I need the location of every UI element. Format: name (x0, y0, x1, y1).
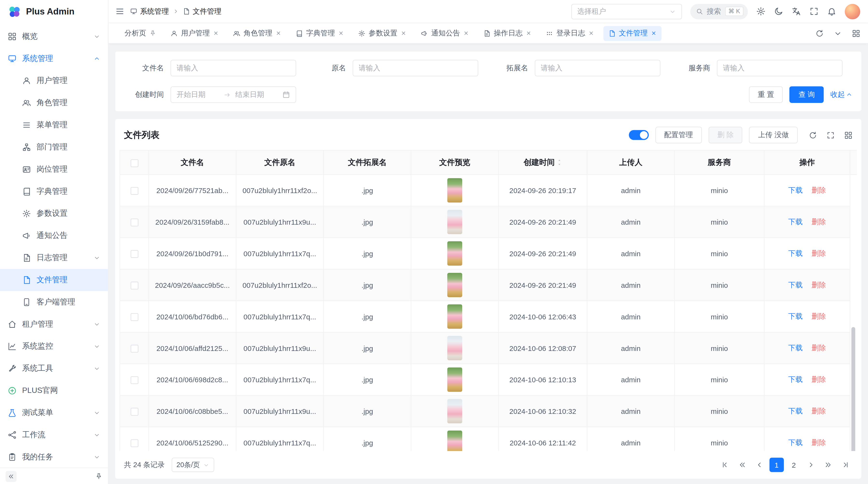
delete-button[interactable]: 删 除 (708, 127, 742, 143)
preview-thumbnail[interactable] (447, 430, 462, 451)
delete-link[interactable]: 删除 (812, 375, 826, 384)
hamburger-menu-button[interactable] (115, 7, 125, 16)
global-search[interactable]: 搜索 ⌘ K (690, 4, 748, 19)
close-icon[interactable] (651, 30, 656, 36)
sidebar-item-post-management[interactable]: 岗位管理 (0, 158, 108, 181)
download-link[interactable]: 下载 (788, 375, 803, 384)
last-page-button[interactable] (838, 458, 852, 472)
preview-thumbnail[interactable] (447, 210, 462, 234)
breadcrumb-item-system-management[interactable]: 系统管理 (130, 6, 169, 16)
preview-thumbnail[interactable] (447, 367, 462, 392)
delete-link[interactable]: 删除 (812, 186, 826, 194)
date-range-picker[interactable]: 开始日期 结束日期 (170, 86, 296, 103)
delete-link[interactable]: 删除 (812, 218, 826, 226)
close-icon[interactable] (338, 30, 344, 36)
close-icon[interactable] (589, 30, 594, 36)
sidebar-item-file-management[interactable]: 文件管理 (0, 269, 108, 291)
row-checkbox[interactable] (130, 282, 138, 289)
row-checkbox[interactable] (130, 345, 138, 352)
delete-link[interactable]: 删除 (812, 281, 826, 289)
sidebar-item-test-menu[interactable]: 测试菜单 (0, 402, 108, 424)
sidebar-item-notice[interactable]: 通知公告 (0, 225, 108, 247)
download-link[interactable]: 下载 (788, 344, 803, 352)
tabbar-refresh-button[interactable] (815, 29, 824, 37)
close-icon[interactable] (526, 30, 531, 36)
tab-notice[interactable]: 通知公告 (416, 26, 474, 41)
row-checkbox[interactable] (130, 408, 138, 416)
breadcrumb-item-file-management[interactable]: 文件管理 (183, 6, 222, 16)
delete-link[interactable]: 删除 (812, 407, 826, 415)
table-columns-button[interactable] (844, 131, 852, 139)
tabbar-chevron-down-button[interactable] (834, 29, 842, 37)
row-checkbox[interactable] (130, 187, 138, 195)
delete-link[interactable]: 删除 (812, 438, 826, 446)
tab-dict-management[interactable]: 字典管理 (290, 26, 349, 41)
table-refresh-button[interactable] (809, 131, 817, 139)
download-link[interactable]: 下载 (788, 312, 803, 320)
sidebar-item-my-tasks[interactable]: 我的任务 (0, 446, 108, 467)
sidebar-item-menu-management[interactable]: 菜单管理 (0, 114, 108, 136)
preview-thumbnail[interactable] (447, 273, 462, 297)
download-link[interactable]: 下载 (788, 249, 803, 257)
download-link[interactable]: 下载 (788, 407, 803, 415)
sidebar-item-dict-management[interactable]: 字典管理 (0, 180, 108, 202)
sidebar-item-system-monitor[interactable]: 系统监控 (0, 335, 108, 357)
filter-input-origin-name[interactable]: 请输入 (352, 60, 478, 76)
sidebar-item-plus-site[interactable]: PLUS官网 (0, 380, 108, 402)
sidebar-item-dept-management[interactable]: 部门管理 (0, 136, 108, 158)
config-management-button[interactable]: 配置管理 (655, 127, 702, 143)
pin-icon[interactable] (150, 30, 156, 37)
preview-thumbnail[interactable] (447, 178, 462, 202)
search-button[interactable]: 查 询 (789, 86, 824, 103)
first-page-button[interactable] (718, 458, 733, 472)
close-icon[interactable] (463, 30, 469, 36)
tab-login-log[interactable]: 登录日志 (541, 26, 599, 41)
tab-user-management[interactable]: 用户管理 (165, 26, 223, 41)
bell-button[interactable] (827, 7, 836, 16)
collapse-filters-link[interactable]: 收起 (830, 90, 852, 100)
filter-input-provider[interactable]: 请输入 (717, 60, 842, 76)
delete-link[interactable]: 删除 (812, 249, 826, 257)
delete-link[interactable]: 删除 (812, 312, 826, 320)
preview-thumbnail[interactable] (447, 241, 462, 266)
filter-input-file-name[interactable]: 请输入 (170, 60, 296, 76)
download-link[interactable]: 下载 (788, 438, 803, 446)
prev-page-button[interactable] (752, 458, 767, 472)
sidebar-item-system-management[interactable]: 系统管理 (0, 47, 108, 70)
sidebar-item-role-management[interactable]: 角色管理 (0, 92, 108, 114)
sidebar-item-system-tools[interactable]: 系统工具 (0, 357, 108, 380)
prev-group-page-button[interactable] (735, 458, 750, 472)
download-link[interactable]: 下载 (788, 186, 803, 194)
upload-button[interactable]: 上传 没做 (749, 127, 798, 143)
preview-thumbnail[interactable] (447, 336, 462, 360)
next-page-button[interactable] (804, 458, 818, 472)
tab-param-settings[interactable]: 参数设置 (353, 26, 411, 41)
download-link[interactable]: 下载 (788, 218, 803, 226)
next-group-page-button[interactable] (821, 458, 835, 472)
preview-thumbnail[interactable] (447, 304, 462, 329)
sidebar-item-client-management[interactable]: 客户端管理 (0, 291, 108, 313)
vertical-scrollbar[interactable] (851, 327, 855, 451)
sidebar-item-user-management[interactable]: 用户管理 (0, 70, 108, 92)
tabbar-columns-button[interactable] (852, 29, 860, 37)
sidebar-pin-button[interactable] (95, 473, 102, 480)
tab-file-management[interactable]: 文件管理 (603, 26, 661, 41)
sidebar-item-param-settings[interactable]: 参数设置 (0, 202, 108, 225)
tenant-select[interactable]: 选择租户 (571, 4, 682, 19)
moon-button[interactable] (774, 7, 783, 16)
close-icon[interactable] (401, 30, 406, 36)
row-checkbox[interactable] (130, 439, 138, 447)
sidebar-item-overview[interactable]: 概览 (0, 26, 108, 48)
app-logo[interactable]: Plus Admin (0, 0, 108, 23)
avatar[interactable] (845, 4, 860, 19)
row-checkbox[interactable] (130, 376, 138, 384)
row-checkbox[interactable] (130, 250, 138, 258)
page-button-1[interactable]: 1 (769, 458, 784, 472)
tab-analysis[interactable]: 分析页 (120, 26, 161, 41)
sidebar-item-log-management[interactable]: 日志管理 (0, 247, 108, 269)
select-all-checkbox[interactable] (130, 159, 138, 167)
sidebar-collapse-button[interactable] (5, 471, 17, 482)
row-checkbox[interactable] (130, 218, 138, 226)
gear-button[interactable] (756, 7, 766, 16)
table-fullscreen-button[interactable] (827, 131, 835, 139)
